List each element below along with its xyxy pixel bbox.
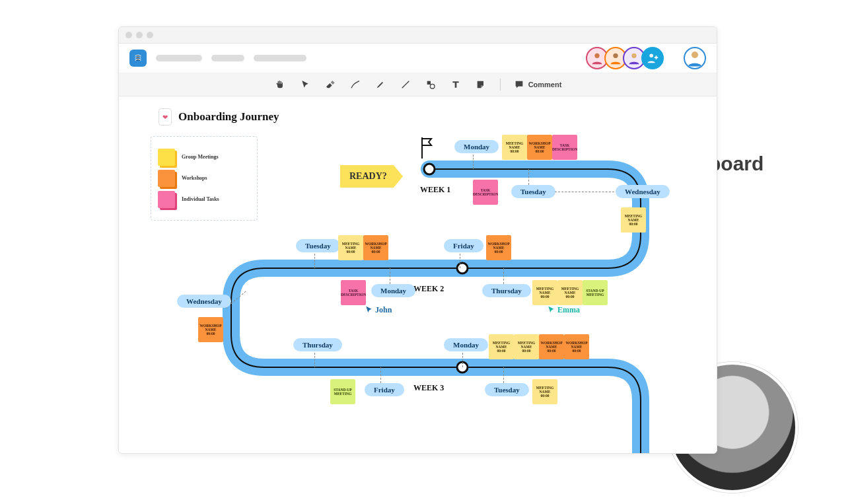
day-pill[interactable]: Friday — [444, 239, 483, 252]
sticky-note[interactable]: WORKSHOP NAME00:00 — [539, 334, 564, 359]
sticky-tool-icon[interactable] — [475, 79, 487, 90]
app-logo-icon[interactable] — [129, 50, 147, 67]
board-canvas[interactable]: Onboarding Journey Group Meetings Worksh… — [119, 96, 717, 454]
pen-tool-icon[interactable] — [349, 79, 361, 90]
day-pill[interactable]: Tuesday — [485, 383, 529, 396]
sticky-note[interactable]: MEETING NAME00:00 — [557, 280, 583, 305]
marker-tool-icon[interactable] — [374, 79, 386, 90]
sticky-note[interactable]: WORKSHOP NAME00:00 — [198, 317, 223, 342]
breadcrumb-placeholder — [254, 55, 306, 61]
user-cursor: Emma — [547, 305, 580, 315]
breadcrumb-placeholder — [211, 55, 244, 61]
svg-point-7 — [424, 164, 435, 174]
connector-line — [503, 268, 505, 284]
day-pill[interactable]: Wednesday — [177, 295, 231, 308]
text-tool-icon[interactable] — [450, 79, 462, 90]
svg-point-3 — [649, 54, 653, 58]
sticky-note[interactable]: WORKSHOP NAME00:00 — [363, 235, 388, 260]
connector-line — [503, 367, 505, 383]
comment-button-label: Comment — [528, 81, 562, 89]
day-pill[interactable]: Monday — [444, 338, 488, 351]
svg-point-8 — [457, 263, 468, 273]
connector-line — [380, 367, 382, 383]
connector-line — [314, 254, 316, 268]
sticky-note[interactable]: WORKSHOP NAME00:00 — [486, 235, 511, 260]
day-pill[interactable]: Tuesday — [511, 185, 555, 198]
connector-line — [460, 254, 461, 268]
sticky-note[interactable]: MEETING NAME00:00 — [338, 235, 363, 260]
select-tool-icon[interactable] — [299, 79, 311, 90]
sticky-note[interactable]: WORKSHOP NAME00:00 — [527, 135, 552, 160]
window-dot-icon — [136, 32, 143, 38]
current-user-avatar[interactable] — [684, 47, 706, 69]
window-dot-icon — [125, 32, 132, 38]
day-pill[interactable]: Monday — [371, 284, 415, 297]
day-pill[interactable]: Tuesday — [296, 239, 340, 252]
window-chrome-bar — [119, 27, 717, 44]
comment-button[interactable]: Comment — [514, 79, 562, 90]
line-tool-icon[interactable] — [400, 79, 411, 90]
svg-point-2 — [631, 54, 636, 58]
sticky-note[interactable]: MEETING NAME00:00 — [514, 334, 539, 359]
start-flag-icon — [419, 137, 434, 161]
pan-tool-icon[interactable] — [274, 79, 286, 90]
day-pill[interactable]: Friday — [365, 383, 404, 396]
svg-point-0 — [594, 54, 599, 58]
sticky-note[interactable]: MEETING NAME00:00 — [532, 280, 557, 305]
breadcrumb-placeholder — [156, 55, 202, 61]
connector-line — [555, 192, 614, 193]
day-pill[interactable]: Wednesday — [616, 185, 670, 198]
day-pill[interactable]: Thursday — [482, 284, 531, 297]
sticky-note[interactable]: MEETING NAME00:00 — [489, 334, 514, 359]
user-cursor: John — [365, 305, 392, 315]
svg-point-1 — [613, 54, 618, 58]
connector-line — [473, 155, 474, 169]
sticky-note[interactable]: TASK DESCRIPTION — [341, 280, 366, 305]
svg-point-6 — [430, 84, 435, 89]
connector-line — [390, 268, 391, 284]
sticky-note[interactable]: TASK DESCRIPTION — [473, 180, 498, 205]
add-collaborator-button[interactable] — [641, 47, 664, 69]
sticky-note[interactable]: TASK DESCRIPTION — [552, 135, 577, 160]
week-label: WEEK 3 — [413, 383, 444, 393]
svg-point-4 — [692, 52, 698, 58]
sticky-note[interactable]: STAND-UP MEETING — [330, 379, 355, 404]
collaborator-avatars — [590, 47, 664, 69]
sticky-note[interactable]: STAND-UP MEETING — [583, 280, 608, 305]
sticky-note[interactable]: MEETING NAME00:00 — [532, 379, 557, 404]
sticky-note[interactable]: WORKSHOP NAME00:00 — [564, 334, 589, 359]
sticky-note[interactable]: MEETING NAME00:00 — [502, 135, 527, 160]
window-dot-icon — [147, 32, 153, 38]
connector-line — [528, 169, 530, 185]
connector-line — [462, 353, 464, 367]
app-header — [119, 44, 717, 73]
sticky-note[interactable]: MEETING NAME00:00 — [621, 207, 646, 233]
day-pill[interactable]: Thursday — [293, 338, 342, 351]
connector-line — [314, 353, 316, 367]
eraser-tool-icon[interactable] — [324, 79, 336, 90]
day-pill[interactable]: Monday — [454, 140, 499, 153]
app-window: Comment Onboarding Journey Group Meeting… — [118, 26, 717, 454]
toolbar-separator — [500, 79, 501, 90]
svg-rect-5 — [427, 81, 430, 85]
week-label: WEEK 2 — [413, 284, 444, 294]
toolbar: Comment — [119, 73, 717, 96]
shape-tool-icon[interactable] — [425, 79, 437, 90]
week-label: WEEK 1 — [420, 185, 450, 195]
